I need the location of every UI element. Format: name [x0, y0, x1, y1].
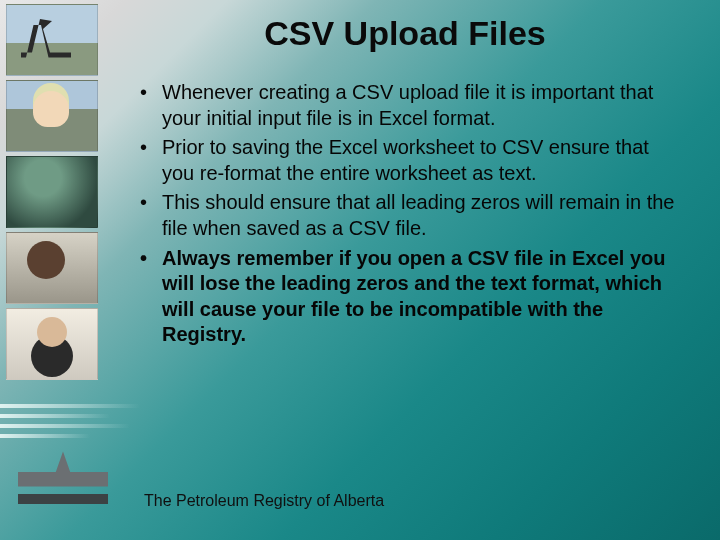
registry-logo — [18, 440, 108, 514]
bullet-item: Whenever creating a CSV upload file it i… — [140, 80, 680, 131]
slide-title-area: CSV Upload Files — [120, 14, 690, 53]
sidebar-photo-pumpjack — [6, 4, 98, 76]
slide-body: Whenever creating a CSV upload file it i… — [140, 80, 680, 352]
sidebar-photo-field — [6, 156, 98, 228]
bullet-item: Prior to saving the Excel worksheet to C… — [140, 135, 680, 186]
sidebar-photo-executive — [6, 308, 98, 380]
sidebar-photo-worker — [6, 80, 98, 152]
bullet-item: Always remember if you open a CSV file i… — [140, 246, 680, 348]
slide-footer: The Petroleum Registry of Alberta — [144, 492, 384, 510]
slide-title: CSV Upload Files — [120, 14, 690, 53]
bullet-list: Whenever creating a CSV upload file it i… — [140, 80, 680, 348]
bullet-item: This should ensure that all leading zero… — [140, 190, 680, 241]
sidebar-photo-phone — [6, 232, 98, 304]
